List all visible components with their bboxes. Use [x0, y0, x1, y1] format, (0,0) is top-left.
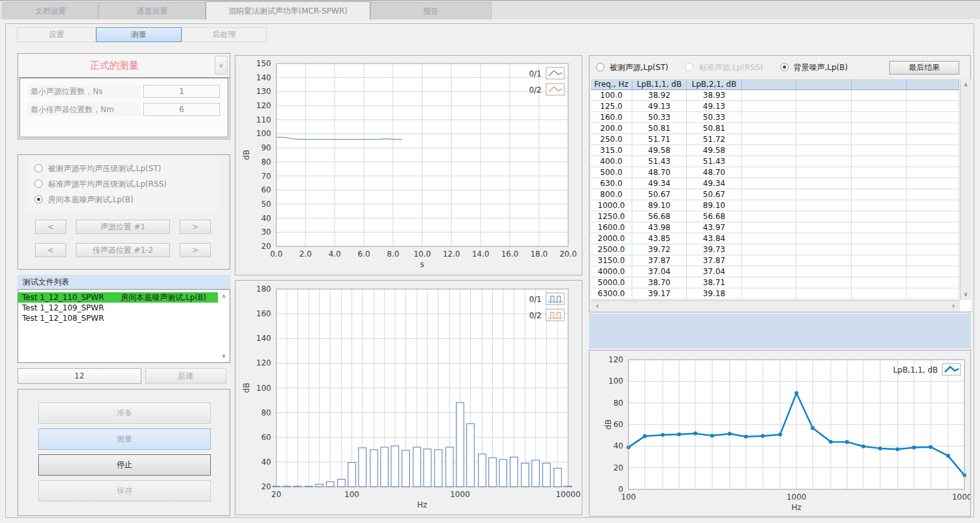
radio-icon[interactable]: [34, 180, 43, 188]
table-cell: [796, 189, 852, 200]
prepare-button[interactable]: 准备: [38, 402, 211, 424]
table-row[interactable]: 5000.038.7038.71: [591, 277, 971, 288]
table-cell: [852, 266, 907, 277]
tab-4[interactable]: 报告: [370, 2, 492, 19]
svg-text:150: 150: [256, 59, 271, 68]
tab-2[interactable]: 通道设置: [99, 2, 206, 19]
table-cell: [742, 178, 796, 189]
scroll-up-icon[interactable]: ∧: [961, 81, 970, 89]
scroll-left-icon[interactable]: ‹: [593, 302, 602, 310]
table-cell: 50.81: [632, 123, 687, 134]
final-result-button[interactable]: 最后结果: [889, 61, 959, 75]
list-item[interactable]: Test 1_12_109_SPWR: [18, 303, 218, 313]
table-vertical-scrollbar[interactable]: ∧∨: [960, 79, 971, 300]
subtab-2[interactable]: 测量: [96, 27, 182, 42]
table-cell: [852, 255, 907, 266]
table-cell: [796, 90, 852, 101]
table-row[interactable]: 6300.039.1739.18: [591, 288, 971, 299]
results-panel: 被测声源,Lp(ST)标准声源,Lp(RSS)背景噪声,Lp(B) 最后结果 F…: [589, 55, 971, 312]
file-count-button[interactable]: 12: [18, 368, 141, 384]
table-cell: 100.0: [591, 90, 632, 101]
table-row[interactable]: 160.050.3350.33: [591, 112, 971, 123]
table-cell: [796, 178, 852, 189]
test-file-list[interactable]: ∧ ∨ Test 1_12_110_SPWR房间本底噪声测试,Lp(B)Test…: [18, 289, 230, 363]
svg-text:20: 20: [614, 463, 623, 472]
subtab-1[interactable]: 设置: [17, 27, 96, 42]
new-file-button[interactable]: 新建: [145, 368, 226, 384]
table-row[interactable]: 3150.037.8737.87: [591, 255, 971, 266]
scroll-right-icon[interactable]: ›: [949, 302, 958, 310]
field-input[interactable]: 1: [143, 85, 220, 98]
radio-icon[interactable]: [34, 195, 43, 203]
list-scroll-up-icon[interactable]: ∧: [219, 292, 228, 300]
svg-text:10000: 10000: [556, 490, 580, 499]
table-row[interactable]: 125.049.1349.13: [591, 101, 971, 112]
svg-text:10.0: 10.0: [414, 250, 431, 259]
measurement-settings-box: 最小声源位置数，Ns1最小传声器位置数，Nm6: [19, 78, 228, 137]
list-scroll-down-icon[interactable]: ∨: [219, 352, 228, 360]
table-cell: [907, 255, 959, 266]
svg-text:20: 20: [271, 490, 281, 499]
table-cell: [852, 90, 907, 101]
list-item[interactable]: Test 1_12_108_SPWR: [18, 313, 218, 323]
table-cell: 250.0: [591, 134, 632, 145]
radio-icon[interactable]: [780, 63, 789, 71]
radio-icon[interactable]: [596, 63, 604, 71]
table-horizontal-scrollbar[interactable]: ‹›: [591, 300, 960, 311]
measurement-mode-dropdown-button[interactable]: ∨: [215, 56, 228, 75]
stop-button[interactable]: 停止: [38, 454, 211, 476]
table-cell: 315.0: [591, 145, 632, 156]
table-row[interactable]: 400.051.4351.43: [591, 156, 971, 167]
test-type-radio[interactable]: 被测声源平均声压级测试,Lp(ST): [34, 164, 161, 174]
table-row[interactable]: 630.049.3449.34: [591, 178, 971, 189]
table-row[interactable]: 2500.039.7239.73: [591, 244, 971, 255]
table-row[interactable]: 4000.037.0437.04: [591, 266, 971, 277]
test-type-radio[interactable]: 标准声源平均声压级测试,Lp(RSS): [34, 180, 167, 190]
measurement-mode-combobox[interactable]: 正式的测量 ∨: [18, 54, 230, 78]
table-row[interactable]: 315.049.5849.58: [591, 145, 971, 156]
table-row[interactable]: 1600.043.9843.97: [591, 222, 971, 233]
tab-1[interactable]: 文档设置: [3, 2, 99, 19]
table-cell: [742, 123, 796, 134]
table-row[interactable]: 1000.089.1089.10: [591, 200, 971, 211]
table-cell: [796, 200, 852, 211]
position-next-button[interactable]: >: [180, 243, 211, 257]
table-row[interactable]: 250.051.7151.72: [591, 134, 971, 145]
test-type-radio[interactable]: 房间本底噪声测试,Lp(B): [34, 195, 134, 205]
result-source-radio[interactable]: 标准声源,Lp(RSS): [685, 63, 763, 73]
list-item[interactable]: Test 1_12_110_SPWR房间本底噪声测试,Lp(B): [18, 292, 218, 303]
svg-text:120: 120: [256, 101, 271, 110]
table-row[interactable]: 800.050.6750.67: [591, 189, 971, 200]
position-next-button[interactable]: >: [180, 220, 211, 234]
svg-text:80: 80: [261, 408, 271, 417]
svg-text:70: 70: [261, 172, 271, 181]
tab-3[interactable]: 混响室法测试声功率(MCR-SPWR): [206, 1, 370, 20]
table-row[interactable]: 500.048.7048.70: [591, 167, 971, 178]
table-row[interactable]: 2000.043.8543.84: [591, 233, 971, 244]
field-input[interactable]: 6: [143, 103, 220, 116]
position-label-button[interactable]: 传声器位置 #1-2: [76, 243, 170, 257]
table-cell: 51.71: [632, 134, 687, 145]
result-source-radio[interactable]: 被测声源,Lp(ST): [596, 63, 668, 73]
table-cell: 56.68: [687, 211, 742, 222]
table-row[interactable]: 100.038.9238.93: [591, 90, 971, 101]
svg-text:50: 50: [261, 200, 271, 209]
save-button[interactable]: 保存: [38, 480, 211, 502]
position-label-button[interactable]: 声源位置 #1: [76, 220, 170, 234]
table-row[interactable]: 1250.056.6856.68: [591, 211, 971, 222]
radio-icon[interactable]: [685, 63, 693, 71]
svg-text:dB: dB: [242, 150, 251, 160]
svg-text:0.0: 0.0: [270, 250, 282, 259]
result-source-radio[interactable]: 背景噪声,Lp(B): [780, 63, 848, 73]
position-prev-button[interactable]: <: [35, 220, 66, 234]
table-cell: [907, 156, 959, 167]
subtab-3[interactable]: 后处理: [182, 27, 267, 42]
scroll-down-icon[interactable]: ∨: [961, 290, 970, 298]
table-cell: [742, 167, 796, 178]
table-row[interactable]: 200.050.8150.81: [591, 123, 971, 134]
svg-text:1000: 1000: [450, 490, 470, 499]
table-cell: [796, 211, 852, 222]
radio-icon[interactable]: [34, 164, 43, 172]
measure-button[interactable]: 测量: [38, 428, 211, 450]
position-prev-button[interactable]: <: [35, 243, 66, 257]
